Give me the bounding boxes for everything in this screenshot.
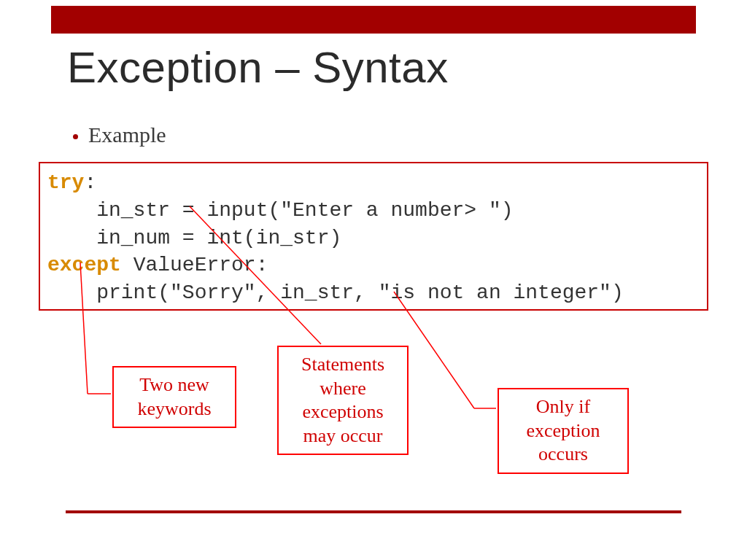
- callout-statements: Statements where exceptions may occur: [277, 346, 409, 455]
- code-line: in_str = input("Enter a number> "): [47, 199, 514, 222]
- code-text: ValueError:: [121, 254, 268, 276]
- code-line: print("Sorry", in_str, "is not an intege…: [47, 281, 624, 304]
- bullet-dot-icon: [73, 134, 78, 139]
- keyword-try: try: [47, 171, 84, 194]
- bullet-text: Example: [88, 122, 166, 147]
- callout-keywords: Two new keywords: [112, 366, 236, 428]
- bullet-item: Example: [73, 122, 166, 147]
- keyword-except: except: [47, 254, 121, 276]
- code-line: in_num = int(in_str): [47, 227, 341, 249]
- code-block: try: in_str = input("Enter a number> ") …: [39, 162, 708, 311]
- slide-title: Exception – Syntax: [67, 42, 449, 93]
- header-bar: [51, 6, 696, 34]
- code-text: :: [84, 171, 96, 194]
- footer-divider: [66, 510, 681, 513]
- callout-only-if: Only if exception occurs: [498, 388, 629, 474]
